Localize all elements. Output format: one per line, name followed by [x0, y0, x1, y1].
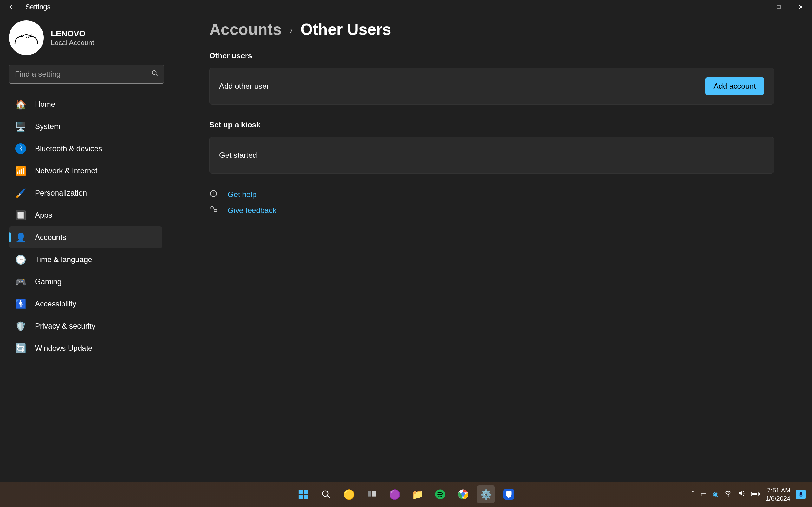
wifi-icon: 📶 [15, 165, 26, 176]
tray-app-icon[interactable]: ◉ [713, 490, 719, 498]
accessibility-icon: 🚹 [15, 298, 26, 309]
svg-line-17 [327, 496, 330, 498]
taskbar-app-3[interactable] [500, 486, 518, 503]
gaming-icon: 🎮 [15, 276, 26, 287]
brush-icon: 🖌️ [15, 187, 26, 199]
tray-rectangle-icon[interactable]: ▭ [700, 490, 707, 498]
svg-point-28 [800, 496, 801, 497]
sidebar-item-accessibility[interactable]: 🚹Accessibility [9, 293, 162, 315]
nav-list: 🏠Home 🖥️System ᛒBluetooth & devices 📶Net… [9, 93, 162, 359]
breadcrumb: Accounts › Other Users [209, 20, 774, 39]
sidebar-item-system[interactable]: 🖥️System [9, 115, 162, 137]
kiosk-card[interactable]: Get started [209, 137, 774, 174]
maximize-button[interactable] [768, 0, 790, 14]
search-input[interactable] [15, 70, 151, 78]
taskbar-task-view[interactable] [363, 486, 380, 503]
sidebar-item-time-language[interactable]: 🕒Time & language [9, 248, 162, 271]
sidebar-item-windows-update[interactable]: 🔄Windows Update [9, 337, 162, 359]
svg-rect-15 [304, 495, 308, 499]
give-feedback-link[interactable]: Give feedback [228, 206, 276, 215]
bell-icon [798, 491, 804, 498]
add-account-button[interactable]: Add account [705, 77, 764, 95]
svg-point-4 [26, 37, 27, 38]
search-field[interactable] [9, 65, 164, 83]
system-tray: ˄ ▭ ◉ 7:51 AM 1/6/2024 [691, 482, 812, 507]
start-button[interactable] [294, 486, 312, 503]
app-title: Settings [26, 3, 51, 11]
svg-point-24 [728, 496, 729, 497]
breadcrumb-current: Other Users [300, 20, 391, 39]
get-help-link[interactable]: Get help [228, 190, 257, 199]
sidebar-item-label: Home [35, 100, 55, 109]
get-help-row[interactable]: ? Get help [209, 189, 774, 200]
app-icon: 🟡 [343, 489, 355, 500]
add-other-user-card: Add other user Add account [209, 68, 774, 105]
sidebar-item-label: Privacy & security [35, 322, 96, 331]
taskbar-app-1[interactable]: 🟡 [340, 486, 358, 503]
shield-icon: 🛡️ [15, 321, 26, 331]
sidebar-item-personalization[interactable]: 🖌️Personalization [9, 182, 162, 204]
svg-rect-11 [214, 210, 217, 212]
notification-center[interactable] [796, 490, 806, 499]
bluetooth-icon: ᛒ [15, 143, 26, 154]
sidebar-item-gaming[interactable]: 🎮Gaming [9, 271, 162, 293]
sidebar-item-apps[interactable]: 🔲Apps [9, 204, 162, 226]
tray-chevron-up-icon[interactable]: ˄ [691, 490, 695, 498]
taskbar-settings[interactable]: ⚙️ [477, 486, 495, 503]
search-icon [151, 70, 158, 78]
sidebar-item-accounts[interactable]: 👤Accounts [9, 226, 162, 248]
get-started-label: Get started [219, 151, 257, 160]
person-icon: 👤 [15, 232, 26, 243]
svg-rect-19 [372, 492, 375, 497]
tray-battery-icon[interactable] [751, 490, 760, 498]
window-controls [745, 0, 812, 14]
taskbar-spotify[interactable] [432, 486, 449, 503]
tray-volume-icon[interactable] [738, 490, 745, 499]
taskbar-clock[interactable]: 7:51 AM 1/6/2024 [766, 486, 791, 503]
give-feedback-row[interactable]: Give feedback [209, 205, 774, 216]
tray-wifi-icon[interactable] [724, 490, 732, 499]
breadcrumb-parent[interactable]: Accounts [209, 20, 282, 39]
svg-rect-1 [777, 5, 780, 9]
sidebar-item-label: System [35, 122, 60, 131]
sidebar-item-bluetooth[interactable]: ᛒBluetooth & devices [9, 137, 162, 160]
sidebar: LENOVO Local Account 🏠Home 🖥️System ᛒBlu… [0, 14, 171, 482]
sidebar-item-home[interactable]: 🏠Home [9, 93, 162, 115]
app-icon: 🟣 [389, 489, 401, 500]
svg-rect-26 [759, 493, 760, 495]
spotify-icon [435, 489, 446, 500]
close-button[interactable] [790, 0, 812, 14]
svg-point-6 [152, 70, 156, 74]
taskbar-search-button[interactable] [317, 486, 335, 503]
svg-point-10 [211, 206, 213, 209]
home-icon: 🏠 [15, 99, 26, 110]
sidebar-item-label: Personalization [35, 188, 87, 198]
user-name: LENOVO [51, 29, 94, 39]
minimize-button[interactable] [745, 0, 768, 14]
avatar [9, 20, 44, 55]
sidebar-item-label: Gaming [35, 277, 61, 286]
taskbar-file-explorer[interactable]: 📁 [409, 486, 426, 503]
maximize-icon [776, 5, 781, 9]
sidebar-item-label: Accounts [35, 233, 66, 242]
update-icon: 🔄 [15, 343, 26, 354]
sidebar-item-label: Windows Update [35, 344, 92, 353]
svg-rect-13 [304, 490, 308, 494]
arrow-left-icon [9, 4, 14, 10]
taskbar: 🟡 🟣 📁 ⚙️ ˄ ▭ ◉ 7:51 AM 1/6/2024 [0, 482, 812, 507]
taskbar-chrome[interactable] [454, 486, 472, 503]
main-content: Accounts › Other Users Other users Add o… [171, 14, 812, 482]
user-card[interactable]: LENOVO Local Account [9, 20, 162, 55]
taskbar-app-2[interactable]: 🟣 [386, 486, 403, 503]
sidebar-item-label: Network & internet [35, 166, 97, 175]
back-button[interactable] [5, 4, 18, 10]
feedback-icon [209, 205, 219, 216]
minimize-icon [754, 5, 759, 9]
sidebar-item-privacy[interactable]: 🛡️Privacy & security [9, 315, 162, 337]
section-title-kiosk: Set up a kiosk [209, 120, 774, 129]
sidebar-item-network[interactable]: 📶Network & internet [9, 160, 162, 182]
svg-rect-14 [299, 495, 303, 499]
windows-icon [298, 489, 309, 500]
sidebar-item-label: Time & language [35, 255, 92, 264]
time-text: 7:51 AM [766, 486, 791, 494]
